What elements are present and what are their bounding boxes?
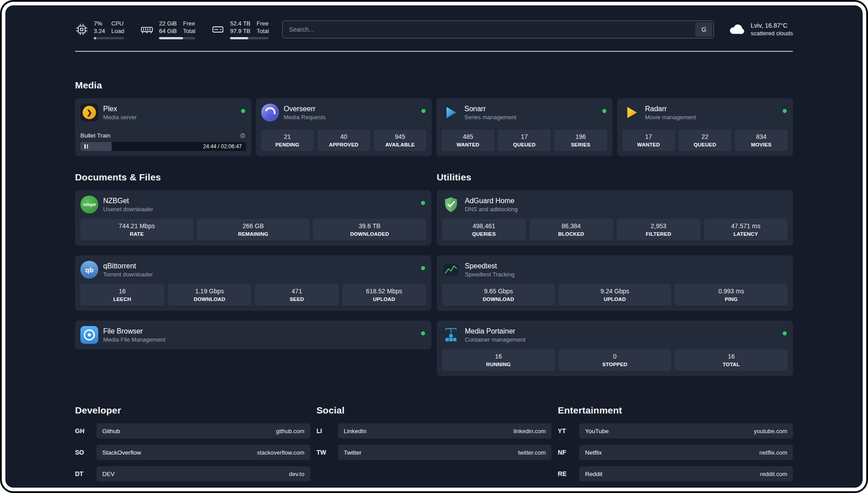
card-name: NZBGet [103,196,153,205]
section-developer: Developer GH Github github.com SO StackO… [75,405,310,481]
weather-widget[interactable]: Lviv, 16.87°C scattered clouds [727,21,793,38]
stat-value: 17 [624,133,673,141]
disk-icon [211,23,225,36]
stat-value: 47.571 ms [706,222,786,230]
sonarr-card[interactable]: Sonarr Series management 485 WANTED 17 Q… [436,98,613,156]
stat-value: 16 [444,353,553,360]
search-engine-button[interactable]: G [695,22,712,37]
stat-box: 0 STOPPED [559,349,672,371]
stat-label: STOPPED [560,362,670,367]
stat-label: DOWNLOAD [170,297,250,302]
stat-label: BLOCKED [531,231,612,237]
playback-progress-bar[interactable]: 24:44 / 02:06:47 [80,142,246,151]
speedtest-chart-icon [442,261,460,279]
disk-label-1: Free [257,20,269,27]
stat-box: 485 WANTED [442,130,494,151]
stat-label: PENDING [263,142,312,147]
stat-value: 266 GB [199,222,308,230]
bookmark-link-dev[interactable]: DEV dev.to [96,466,310,481]
search-input[interactable] [282,21,714,38]
bookmark-link-github[interactable]: Github github.com [96,423,310,439]
bookmark-link-youtube[interactable]: YouTube youtube.com [579,423,793,439]
bookmark-link-linkedin[interactable]: LinkedIn linkedin.com [338,423,552,439]
section-entertainment: Entertainment YT YouTube youtube.com NF … [558,405,793,481]
section-title-utilities: Utilities [437,171,793,183]
plex-card[interactable]: ❯ Plex Media server Bullet Train ⚙ [75,98,251,156]
top-bar: 7% 3.24 CPU Load [75,20,793,39]
cpu-progress-bar [94,37,124,39]
card-name: Speedtest [465,262,514,271]
stat-box: 945 AVAILABLE [374,130,426,151]
stat-label: QUERIES [444,231,524,237]
stat-box: 744.21 Mbps RATE [80,219,193,240]
section-title-developer: Developer [75,405,310,416]
bookmark-row: DT DEV dev.to [75,466,310,481]
stat-value: 834 [737,133,786,141]
overseerr-icon [261,104,279,121]
card-name: Media Portainer [465,327,526,336]
stat-value: 16 [82,288,163,295]
disk-label-2: Total [257,27,269,35]
bookmark-abbr: TW [317,449,333,456]
card-name: Radarr [645,104,696,113]
bookmark-row: RE Reddit reddit.com [558,466,793,481]
bookmark-row: GH Github github.com [75,423,310,439]
stat-value: 86,384 [531,222,612,230]
bookmark-name: StackOverflow [102,449,141,456]
radarr-card[interactable]: Radarr Movie management 17 WANTED 22 QUE… [617,98,793,156]
stat-label: SERIES [556,142,605,147]
status-dot [783,331,787,335]
stat-box: 86,384 BLOCKED [530,219,613,240]
stat-box: 17 WANTED [622,130,675,151]
bookmark-link-reddit[interactable]: Reddit reddit.com [579,466,793,481]
bookmark-row: YT YouTube youtube.com [558,423,793,439]
stat-value: 498,461 [444,222,524,230]
stat-value: 22 [680,133,730,141]
section-social: Social LI LinkedIn linkedin.com TW Twitt… [317,405,552,481]
stat-label: LATENCY [706,231,786,237]
bookmark-abbr: NF [558,449,574,456]
bookmark-link-twitter[interactable]: Twitter twitter.com [338,445,552,460]
disk-total: 97.9 TB [230,27,250,35]
stat-value: 2,953 [618,222,699,230]
portainer-card[interactable]: Media Portainer Container management 16 … [437,321,793,376]
stat-value: 17 [500,133,549,141]
ram-label-1: Free [183,20,195,27]
stat-value: 1.19 Gbps [170,288,250,295]
stat-value: 9.24 Gbps [560,288,670,295]
section-title-social: Social [317,405,552,416]
qbittorrent-icon-label: qb [85,266,93,274]
pause-icon[interactable] [84,144,88,149]
card-desc: Media Requests [284,113,326,121]
card-desc: Movie management [645,113,696,121]
card-desc: Speedtest Tracking [465,271,514,278]
bookmark-abbr: YT [558,427,574,435]
section-media: Media ❯ Plex Media server [75,79,793,156]
dashboard: 7% 3.24 CPU Load [5,5,863,488]
stat-label: RATE [82,231,192,237]
overseerr-card[interactable]: Overseerr Media Requests 21 PENDING 40 A… [256,98,432,156]
bookmark-name: Github [102,428,120,435]
ram-progress-bar [159,37,195,39]
stat-label: QUEUED [680,142,730,147]
bookmark-url: youtube.com [754,428,787,435]
filebrowser-card[interactable]: File Browser Media File Management [75,321,431,349]
settings-gear-icon[interactable]: ⚙ [240,132,246,139]
stat-label: REMAINING [199,231,308,237]
status-dot [783,109,787,113]
section-title-entertainment: Entertainment [558,405,793,416]
stat-box: 17 QUEUED [498,130,551,151]
card-desc: Usenet downloader [103,205,153,213]
bookmark-link-stackoverflow[interactable]: StackOverflow stackoverflow.com [96,445,310,460]
status-dot [421,266,425,270]
adguard-card[interactable]: AdGuard Home DNS and adblocking 498,461 … [437,190,793,246]
cpu-percent: 7% [94,20,105,27]
header-divider [75,51,793,52]
nzbget-card[interactable]: nzbget NZBGet Usenet downloader 744.21 M… [75,190,431,246]
bookmark-link-netflix[interactable]: Netflix netflix.com [579,445,793,460]
qbittorrent-card[interactable]: qb qBittorrent Torrent downloader 16 [75,255,431,311]
bookmark-name: DEV [102,471,115,477]
stat-box: 47.571 ms LATENCY [704,219,788,240]
speedtest-card[interactable]: Speedtest Speedtest Tracking 9.65 Gbps D… [437,255,793,311]
stat-box: 9.65 Gbps DOWNLOAD [442,284,555,305]
